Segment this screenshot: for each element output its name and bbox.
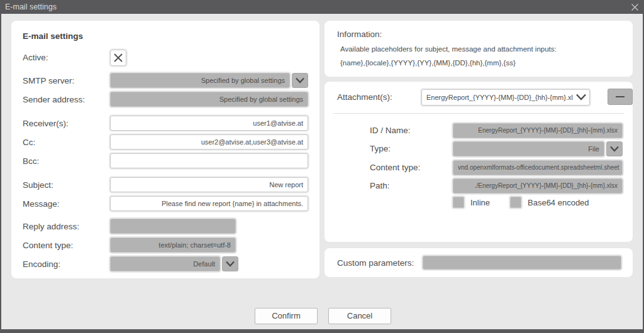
attachments-label: Attachment(s):: [337, 92, 421, 102]
bcc-label: Bcc:: [23, 156, 110, 166]
panel-heading: E-mail settings: [23, 31, 83, 41]
cc-row: Cc: user2@atvise.at,user3@atvise.at: [23, 134, 308, 150]
attachment-content-type-label: Content type:: [370, 163, 453, 172]
minus-icon: [615, 96, 625, 98]
message-row: Message: Please find new report {name} i…: [23, 195, 308, 212]
message-label: Message:: [23, 199, 110, 209]
path-field: ./EnergyReport_{YYYY}-{MM}-{DD}_{hh}-{mm…: [453, 178, 623, 194]
encoding-dropdown-button[interactable]: [222, 256, 238, 271]
email-settings-dialog: E-mail settings E-mail settings Active: …: [0, 0, 644, 333]
id-name-field: EnergyReport_{YYYY}-{MM}-{DD}_{hh}-{mm}.…: [453, 123, 623, 138]
chevron-down-icon: [295, 77, 305, 84]
content-type-label: Content type:: [23, 241, 110, 250]
attachments-row: Attachment(s): EnergyReport_{YYYY}-{MM}-…: [337, 89, 621, 106]
inline-label: Inline: [470, 198, 510, 207]
attachment-divider: [333, 113, 624, 114]
active-row: Active:: [23, 49, 308, 66]
reply-address-label: Reply address:: [23, 222, 110, 231]
custom-parameters-panel: Custom parameters:: [325, 248, 633, 277]
inline-checkbox[interactable]: [453, 197, 464, 208]
close-icon: [631, 3, 639, 11]
type-dropdown-button[interactable]: [606, 141, 623, 156]
reply-address-field: [110, 219, 236, 234]
type-row: Type: File: [370, 141, 623, 156]
sender-address-label: Sender address:: [23, 95, 110, 104]
message-input[interactable]: Please find new report {name} in attachm…: [110, 196, 308, 211]
titlebar: E-mail settings: [0, 0, 644, 14]
chevron-down-icon: [609, 146, 619, 152]
smtp-server-row: SMTP server: Specified by global setting…: [23, 72, 308, 89]
attachment-options-row: Inline Base64 encoded: [453, 197, 589, 208]
reply-address-row: Reply address:: [23, 218, 308, 234]
path-row: Path: ./EnergyReport_{YYYY}-{MM}-{DD}_{h…: [370, 178, 623, 194]
content-type-field: text/plain; charset=utf-8: [110, 237, 236, 253]
cancel-button[interactable]: Cancel: [328, 308, 391, 324]
receivers-row: Receiver(s): user1@atvise.at: [23, 115, 308, 131]
attachment-selected-value: EnergyReport_{YYYY}-{MM}-{DD}_{hh}-{mm}.…: [422, 94, 573, 101]
close-button[interactable]: [629, 2, 640, 12]
bcc-input[interactable]: [110, 153, 308, 168]
active-checkbox[interactable]: [110, 50, 126, 66]
id-name-label: ID / Name:: [370, 126, 453, 135]
information-heading: Information:: [337, 30, 382, 39]
bcc-row: Bcc:: [23, 153, 308, 169]
checkbox-x-icon: [113, 52, 124, 63]
information-line-1: Available placeholders for subject, mess…: [340, 45, 557, 53]
base64-label: Base64 encoded: [528, 198, 589, 207]
cc-input[interactable]: user2@atvise.at,user3@atvise.at: [110, 134, 308, 150]
encoding-label: Encoding:: [23, 259, 110, 269]
attachments-panel: Attachment(s): EnergyReport_{YYYY}-{MM}-…: [325, 82, 633, 242]
type-select[interactable]: File: [453, 141, 604, 156]
custom-parameters-label: Custom parameters:: [337, 258, 423, 268]
encoding-select[interactable]: Default: [110, 256, 220, 271]
dialog-body: E-mail settings Active: SMTP server: Spe…: [1, 14, 643, 329]
remove-attachment-button[interactable]: [608, 89, 633, 105]
receivers-input[interactable]: user1@atvise.at: [110, 116, 308, 131]
confirm-button[interactable]: Confirm: [255, 308, 318, 324]
path-label: Path:: [370, 181, 453, 190]
smtp-server-label: SMTP server:: [23, 76, 110, 85]
attachment-select[interactable]: EnergyReport_{YYYY}-{MM}-{DD}_{hh}-{mm}.…: [421, 89, 590, 106]
attachment-content-type-field: vnd.openxmlformats-officedocument.spread…: [453, 160, 623, 175]
custom-parameters-row: Custom parameters:: [337, 254, 625, 271]
id-name-row: ID / Name: EnergyReport_{YYYY}-{MM}-{DD}…: [370, 123, 623, 138]
subject-row: Subject: New report: [23, 177, 308, 193]
custom-parameters-field[interactable]: [423, 256, 621, 270]
subject-input[interactable]: New report: [110, 177, 308, 192]
sender-address-row: Sender address: Specified by global sett…: [23, 91, 308, 107]
base64-checkbox[interactable]: [510, 197, 521, 208]
email-settings-panel: E-mail settings Active: SMTP server: Spe…: [11, 21, 319, 278]
chevron-down-icon: [575, 94, 587, 101]
information-line-2: {name},{locale},{YYYY},{YY},{MM},{DD},{h…: [340, 59, 516, 67]
window-title: E-mail settings: [5, 3, 57, 11]
type-label: Type:: [370, 144, 453, 153]
cc-label: Cc:: [23, 138, 110, 147]
attachment-content-type-row: Content type: vnd.openxmlformats-officed…: [370, 160, 623, 175]
receivers-label: Receiver(s):: [23, 119, 110, 128]
content-type-row: Content type: text/plain; charset=utf-8: [23, 237, 308, 253]
chevron-down-icon: [225, 261, 235, 267]
sender-address-field: Specified by global settings: [110, 92, 308, 107]
smtp-server-dropdown-button[interactable]: [292, 73, 308, 88]
encoding-row: Encoding: Default: [23, 256, 308, 272]
information-panel: Information: Available placeholders for …: [325, 21, 633, 77]
active-label: Active:: [23, 53, 110, 62]
subject-label: Subject:: [23, 180, 110, 190]
smtp-server-select[interactable]: Specified by global settings: [110, 73, 290, 88]
